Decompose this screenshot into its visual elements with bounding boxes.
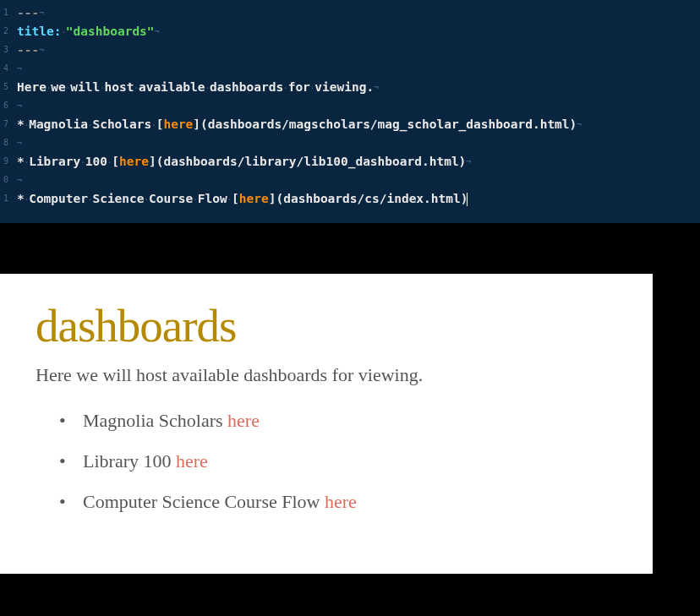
line-number: 7 <box>0 115 10 134</box>
code-line[interactable]: *·Library·100·[here](dashboards/library/… <box>17 152 700 171</box>
dashboard-link[interactable]: here <box>176 450 208 472</box>
list-item: Library 100 here <box>83 450 653 472</box>
line-number: 0 <box>0 171 10 189</box>
list-item-label: Magnolia Scholars <box>83 410 227 431</box>
code-line[interactable]: ¬ <box>17 171 700 189</box>
code-line[interactable]: title:·"dashboards"¬ <box>17 22 700 41</box>
dashboard-list: Magnolia Scholars here Library 100 here … <box>36 410 653 513</box>
code-line[interactable]: ¬ <box>17 59 700 78</box>
rendered-page: dashboards Here we will host available d… <box>0 274 653 574</box>
list-item: Magnolia Scholars here <box>83 410 653 432</box>
code-content[interactable]: ---¬title:·"dashboards"¬---¬¬Here·we·wil… <box>0 3 700 208</box>
dashboard-link[interactable]: here <box>227 410 260 431</box>
line-number-gutter: 12345678901 <box>0 0 10 223</box>
code-editor[interactable]: 12345678901 ---¬title:·"dashboards"¬---¬… <box>0 0 700 223</box>
dashboard-link[interactable]: here <box>325 491 357 512</box>
list-item-label: Library 100 <box>83 450 176 472</box>
page-intro: Here we will host available dashboards f… <box>36 364 653 386</box>
code-line[interactable]: *·Computer·Science·Course·Flow·[here](da… <box>17 189 700 208</box>
line-number: 8 <box>0 134 10 152</box>
line-number: 2 <box>0 22 10 41</box>
code-line[interactable]: ¬ <box>17 134 700 152</box>
code-line[interactable]: *·Magnolia·Scholars·[here](dashboards/ma… <box>17 115 700 134</box>
line-number: 3 <box>0 41 10 59</box>
code-line[interactable]: ¬ <box>17 96 700 115</box>
line-number: 6 <box>0 96 10 115</box>
page-title: dashboards <box>36 299 653 352</box>
line-number: 1 <box>0 189 10 208</box>
preview-background: dashboards Here we will host available d… <box>0 223 700 574</box>
list-item-label: Computer Science Course Flow <box>83 491 325 512</box>
line-number: 1 <box>0 3 10 22</box>
code-line[interactable]: ---¬ <box>17 3 700 22</box>
line-number: 5 <box>0 78 10 96</box>
code-line[interactable]: Here·we·will·host·available·dashboards·f… <box>17 78 700 96</box>
text-cursor <box>467 193 468 206</box>
line-number: 9 <box>0 152 10 171</box>
line-number: 4 <box>0 59 10 78</box>
code-line[interactable]: ---¬ <box>17 41 700 59</box>
list-item: Computer Science Course Flow here <box>83 491 653 513</box>
